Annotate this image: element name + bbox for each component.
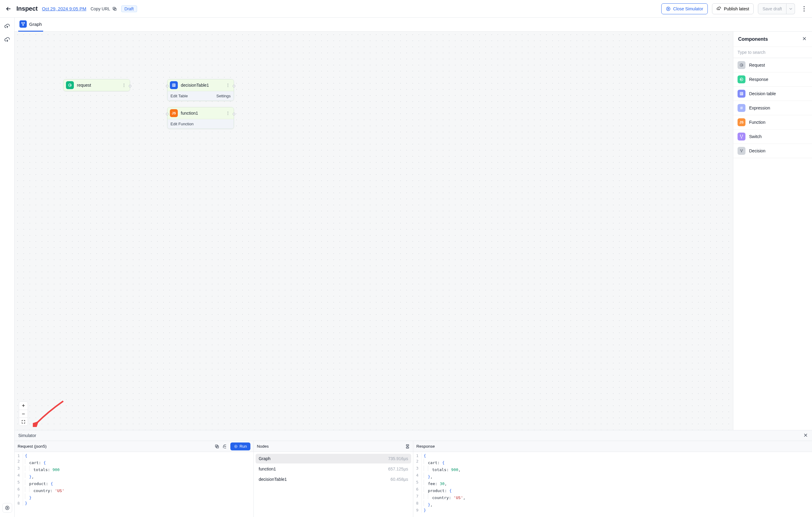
component-item-label: Decision xyxy=(749,148,765,153)
svg-point-2 xyxy=(666,7,670,11)
components-title: Components xyxy=(738,36,768,42)
component-item[interactable]: Decision table xyxy=(733,87,812,101)
graph-canvas[interactable]: request ⋮ decisionTable1 ⋮ E xyxy=(14,32,733,430)
nodes-row-time: 60.458µs xyxy=(390,477,408,482)
save-draft-button: Save draft xyxy=(758,3,786,14)
nodes-row-time: 657.125µs xyxy=(388,466,408,471)
table-icon xyxy=(737,90,746,98)
nodes-row[interactable]: function1657.125µs xyxy=(256,464,411,474)
tab-graph[interactable]: Graph xyxy=(18,18,43,32)
node-function-menu[interactable]: ⋮ xyxy=(225,111,231,115)
simulator-request-title: Request (json5) xyxy=(18,444,47,448)
annotation-arrow xyxy=(33,400,66,427)
upload-cloud-icon xyxy=(717,6,721,11)
nodes-row-name: Graph xyxy=(259,456,270,461)
components-search-input[interactable] xyxy=(733,47,812,58)
node-decision-menu[interactable]: ⋮ xyxy=(225,83,231,88)
node-request-menu[interactable]: ⋮ xyxy=(121,83,127,88)
format-request-button[interactable] xyxy=(223,444,227,449)
run-button[interactable]: Run xyxy=(230,442,251,451)
topbar: Inspect Oct 29, 2024 9:05 PM Copy URL Dr… xyxy=(0,0,812,18)
nodes-settings-button[interactable] xyxy=(405,444,410,449)
svg-point-23 xyxy=(235,445,237,448)
switch-icon xyxy=(737,133,746,140)
component-item-label: Function xyxy=(749,120,765,125)
timestamp-link[interactable]: Oct 29, 2024 9:05 PM xyxy=(42,6,86,11)
more-menu-button[interactable] xyxy=(801,3,807,14)
save-draft-caret[interactable] xyxy=(786,3,795,14)
node-request[interactable]: request ⋮ xyxy=(63,79,130,91)
copy-url-button[interactable]: Copy URL xyxy=(91,6,117,11)
svg-point-19 xyxy=(742,149,743,150)
nodes-row-name: decisionTable1 xyxy=(259,477,287,482)
node-function[interactable]: JS function1 ⋮ Edit Function xyxy=(167,107,234,129)
request-icon xyxy=(737,61,746,69)
components-list: RequestResponseDecision tableExpressionJ… xyxy=(733,58,812,158)
publish-button[interactable]: Publish latest xyxy=(712,3,754,14)
response-viewer: 1{2cart: {3totals: 900,4},5fee: 30,6prod… xyxy=(413,452,812,517)
close-icon xyxy=(802,36,807,42)
arrow-left-icon xyxy=(5,5,12,12)
component-item[interactable]: Decision xyxy=(733,144,812,158)
rail-play-button[interactable] xyxy=(2,503,12,513)
simulator-close-button[interactable] xyxy=(803,432,808,439)
component-item-label: Response xyxy=(749,77,768,82)
svg-rect-25 xyxy=(406,447,409,448)
fit-icon xyxy=(21,420,26,424)
tabs: Graph xyxy=(14,18,812,32)
graph-edges xyxy=(14,32,106,77)
simulator-response-col: Response 1{2cart: {3totals: 900,4},5fee:… xyxy=(413,441,812,517)
node-request-title: request xyxy=(77,83,118,88)
nodes-row-name: function1 xyxy=(259,466,276,471)
simulator-bar: Simulator xyxy=(14,430,812,441)
publish-label: Publish latest xyxy=(724,6,749,11)
nodes-list: Graph735.916µsfunction1657.125µsdecision… xyxy=(254,452,413,517)
nodes-row[interactable]: decisionTable160.458µs xyxy=(256,474,411,484)
close-simulator-label: Close Simulator xyxy=(673,6,703,11)
components-close-button[interactable] xyxy=(802,36,807,42)
svg-point-7 xyxy=(22,23,23,23)
component-item[interactable]: Request xyxy=(733,58,812,72)
play-circle-icon xyxy=(234,445,238,448)
svg-point-3 xyxy=(804,6,804,7)
save-draft-split: Save draft xyxy=(758,3,795,14)
nodes-row-time: 735.916µs xyxy=(388,456,408,461)
js-icon: JS xyxy=(737,118,746,126)
component-item[interactable]: Switch xyxy=(733,130,812,144)
component-item[interactable]: Expression xyxy=(733,101,812,115)
node-decision-settings[interactable]: Settings xyxy=(216,94,231,98)
back-button[interactable] xyxy=(5,5,12,12)
copy-url-label: Copy URL xyxy=(91,6,110,11)
tab-graph-label: Graph xyxy=(29,22,42,27)
svg-point-4 xyxy=(804,8,804,9)
nodes-row[interactable]: Graph735.916µs xyxy=(256,454,411,463)
rail-upload-icon[interactable] xyxy=(4,23,11,30)
component-item-label: Request xyxy=(749,63,765,67)
component-item[interactable]: JSFunction xyxy=(733,115,812,130)
copy-request-button[interactable] xyxy=(214,444,220,449)
components-panel: Components RequestResponseDecision table… xyxy=(733,32,812,430)
response-icon xyxy=(737,75,746,83)
node-decision-edit[interactable]: Edit Table xyxy=(171,94,188,98)
svg-point-18 xyxy=(740,149,741,150)
cloud-up-icon xyxy=(4,23,10,29)
js-icon: JS xyxy=(170,109,178,117)
simulator-title: Simulator xyxy=(18,433,36,438)
rail-download-icon[interactable] xyxy=(4,36,11,43)
page-title: Inspect xyxy=(17,5,38,12)
node-decision-table[interactable]: decisionTable1 ⋮ Edit Table Settings xyxy=(167,79,234,101)
zoom-in-button[interactable]: + xyxy=(19,402,28,410)
request-icon xyxy=(66,81,74,89)
svg-point-8 xyxy=(24,23,25,23)
component-item-label: Switch xyxy=(749,134,761,139)
zoom-fit-button[interactable] xyxy=(19,417,28,426)
node-function-edit[interactable]: Edit Function xyxy=(171,121,194,126)
simulator-nodes-col: Nodes Graph735.916µsfunction1657.125µsde… xyxy=(254,441,413,517)
zoom-out-button[interactable]: − xyxy=(19,410,28,417)
close-simulator-button[interactable]: Close Simulator xyxy=(661,3,708,14)
table-icon xyxy=(170,81,178,89)
component-item[interactable]: Response xyxy=(733,72,812,87)
simulator-nodes-title: Nodes xyxy=(257,444,269,448)
svg-point-5 xyxy=(804,10,804,11)
request-editor[interactable]: 1{2cart: {3totals: 9004},5product: {6cou… xyxy=(14,452,254,517)
